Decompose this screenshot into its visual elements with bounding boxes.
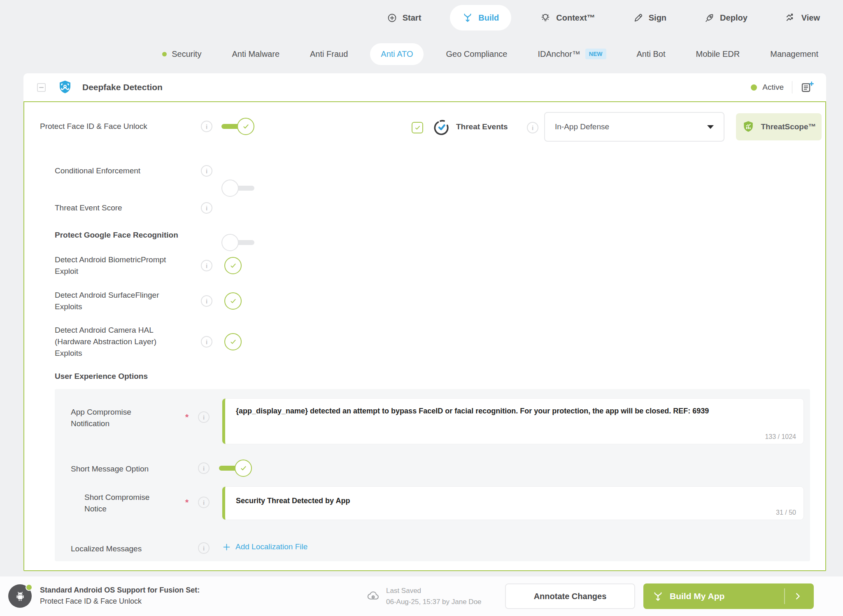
threat-response-dropdown[interactable]: In-App Defense	[544, 112, 724, 142]
short-message-option-toggle[interactable]	[219, 460, 252, 477]
localized-messages-label: Localized Messages	[71, 543, 142, 555]
biometricprompt-label: Detect Android BiometricPrompt Exploit	[55, 254, 180, 277]
security-category-nav: Security Anti Malware Anti Fraud Anti AT…	[0, 39, 843, 69]
header-divider	[792, 81, 792, 93]
required-asterisk: *	[185, 497, 189, 507]
build-my-app-button[interactable]: Build My App	[643, 583, 814, 609]
add-localization-file-link[interactable]: Add Localization File	[222, 542, 307, 551]
camera-hal-label: Detect Android Camera HAL (Hardware Abst…	[55, 324, 180, 359]
conditional-enforcement-toggle[interactable]	[221, 180, 254, 197]
surfaceflinger-info-icon[interactable]: i	[201, 295, 212, 307]
collapse-minus-icon[interactable]	[36, 82, 47, 93]
threatscope-label: ThreatScope™	[761, 122, 816, 131]
nav-sign-label: Sign	[649, 13, 666, 23]
plus-circle-icon	[387, 13, 397, 23]
protect-face-id-label: Protect Face ID & Face Unlock	[40, 121, 147, 132]
last-saved-info: Last Saved 06-Aug-25, 15:37 by Jane Doe	[386, 585, 482, 607]
tab-security-label: Security	[172, 49, 201, 59]
nav-context[interactable]: Context™	[540, 12, 595, 23]
app-compromise-value: {app_display_name} detected an attempt t…	[236, 407, 793, 415]
tab-idanchor-label: IDAnchor™	[538, 49, 580, 59]
threat-event-score-toggle[interactable]	[221, 234, 254, 251]
tab-anti-ato[interactable]: Anti ATO	[370, 43, 424, 65]
add-note-icon[interactable]	[801, 81, 814, 94]
trend-lines-icon	[785, 12, 796, 23]
nav-context-label: Context™	[556, 13, 595, 23]
fusion-set-info: Standard Android OS Support for Fusion S…	[40, 585, 200, 607]
nav-start[interactable]: Start	[387, 13, 422, 23]
short-compromise-input[interactable]: Security Threat Detected by App 31 / 50	[222, 487, 803, 520]
biometricprompt-info-icon[interactable]: i	[201, 260, 212, 271]
protect-face-id-info-icon[interactable]: i	[201, 121, 212, 132]
chevron-down-icon	[707, 125, 714, 129]
nav-deploy-label: Deploy	[720, 13, 748, 23]
threatscope-button[interactable]: ThreatScope™	[736, 113, 822, 140]
tab-anti-fraud-label: Anti Fraud	[310, 49, 348, 59]
nav-start-label: Start	[403, 13, 422, 23]
tab-geo-compliance-label: Geo Compliance	[446, 49, 507, 59]
android-status-dot	[26, 584, 33, 591]
tab-mobile-edr[interactable]: Mobile EDR	[696, 49, 740, 59]
tab-management[interactable]: Management	[770, 49, 818, 59]
panel-title: Deepfake Detection	[82, 82, 163, 92]
last-saved-label: Last Saved	[386, 585, 482, 596]
camera-hal-info-icon[interactable]: i	[201, 336, 212, 348]
security-status-dot	[162, 52, 167, 56]
tab-anti-fraud[interactable]: Anti Fraud	[310, 49, 348, 59]
build-merge-icon	[652, 591, 664, 602]
build-merge-icon	[462, 12, 473, 23]
required-asterisk: *	[185, 412, 189, 422]
conditional-enforcement-info-icon[interactable]: i	[201, 165, 212, 177]
tab-geo-compliance[interactable]: Geo Compliance	[446, 49, 507, 59]
fusion-set-value: Protect Face ID & Face Unlock	[40, 596, 200, 607]
app-compromise-label: App Compromise Notification	[71, 406, 153, 429]
build-footer: Standard Android OS Support for Fusion S…	[0, 576, 843, 616]
tab-anti-malware[interactable]: Anti Malware	[232, 49, 279, 59]
add-localization-file-label: Add Localization File	[235, 542, 307, 551]
nav-deploy[interactable]: Deploy	[704, 13, 748, 23]
tab-idanchor[interactable]: IDAnchor™ NEW	[538, 49, 606, 59]
surfaceflinger-check-icon[interactable]	[224, 292, 242, 310]
android-platform-indicator	[8, 584, 32, 608]
active-status-dot	[751, 84, 757, 91]
dropdown-value: In-App Defense	[555, 122, 609, 131]
tab-security[interactable]: Security	[162, 49, 201, 59]
lightbulb-icon	[540, 12, 551, 23]
localized-messages-info-icon[interactable]: i	[198, 542, 210, 554]
google-face-heading: Protect Google Face Recognition	[55, 231, 178, 240]
chevron-right-icon[interactable]	[793, 592, 802, 601]
threat-events-checkbox[interactable]	[412, 122, 423, 133]
tab-anti-bot[interactable]: Anti Bot	[637, 49, 666, 59]
deepfake-detection-panel: Deepfake Detection Active Protect Face I…	[23, 73, 826, 571]
status-badge: Active	[762, 83, 784, 92]
nav-view[interactable]: View	[785, 12, 820, 23]
surfaceflinger-label: Detect Android SurfaceFlinger Exploits	[55, 289, 180, 313]
app-compromise-input[interactable]: {app_display_name} detected an attempt t…	[222, 399, 803, 444]
threat-event-score-label: Threat Event Score	[55, 202, 122, 214]
threat-event-score-info-icon[interactable]: i	[201, 202, 212, 214]
nav-build[interactable]: Build	[450, 5, 511, 30]
camera-hal-check-icon[interactable]	[224, 333, 242, 350]
app-window: Start Build Context™ Sign Deploy	[0, 0, 843, 616]
pen-icon	[633, 13, 643, 23]
new-badge: NEW	[585, 49, 606, 59]
deepfake-shield-icon	[57, 79, 73, 96]
last-saved-value: 06-Aug-25, 15:37 by Jane Doe	[386, 596, 482, 607]
conditional-enforcement-label: Conditional Enforcement	[55, 165, 140, 177]
threat-events-label: Threat Events	[456, 122, 508, 131]
short-compromise-value: Security Threat Detected by App	[236, 497, 793, 505]
ux-options-subpanel: App Compromise Notification * i {app_dis…	[55, 389, 810, 561]
app-compromise-counter: 133 / 1024	[765, 433, 796, 441]
protect-face-id-toggle[interactable]	[221, 118, 254, 135]
toggle-knob-check-icon	[235, 460, 252, 477]
tab-anti-malware-label: Anti Malware	[232, 49, 279, 59]
threat-events-info-icon[interactable]: i	[527, 122, 538, 133]
app-compromise-info-icon[interactable]: i	[198, 411, 210, 423]
biometricprompt-check-icon[interactable]	[224, 257, 242, 274]
nav-sign[interactable]: Sign	[633, 13, 666, 23]
short-message-option-info-icon[interactable]: i	[198, 462, 210, 474]
tab-anti-ato-label: Anti ATO	[381, 49, 413, 59]
short-compromise-info-icon[interactable]: i	[198, 497, 210, 508]
annotate-changes-button[interactable]: Annotate Changes	[505, 583, 635, 609]
tab-mobile-edr-label: Mobile EDR	[696, 49, 740, 59]
